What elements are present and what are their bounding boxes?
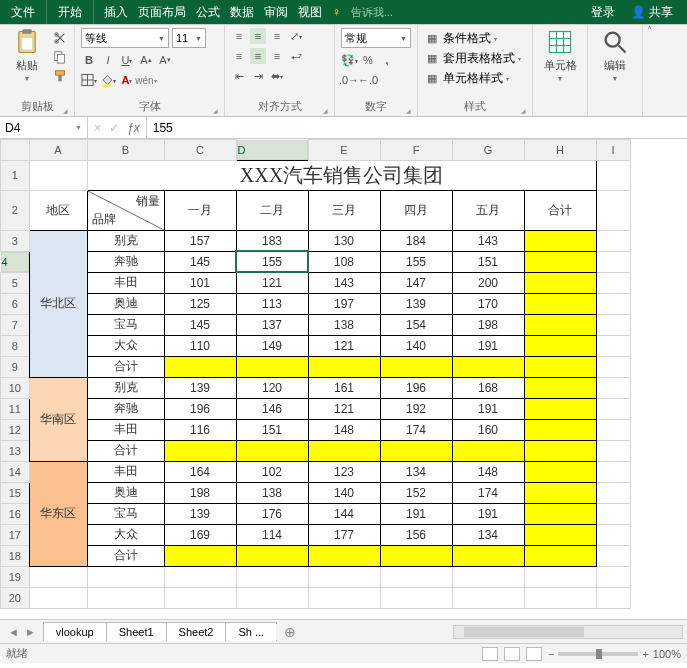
cell[interactable]: 157 [164,230,236,251]
cell[interactable] [596,293,630,314]
row-header[interactable]: 10 [1,377,30,398]
row-header[interactable]: 4 [1,252,29,272]
row-header[interactable]: 17 [1,524,30,545]
row-header[interactable]: 7 [1,314,30,335]
cell[interactable]: 合计 [87,356,164,377]
cell[interactable] [308,440,380,461]
cell[interactable]: 140 [308,482,380,503]
sheet-tab[interactable]: Sh ... [225,622,277,641]
comma-button[interactable]: , [379,52,395,68]
insert-function-button[interactable]: ƒx [127,121,140,135]
phonetic-button[interactable]: wén▾ [138,72,154,88]
increase-font-button[interactable]: A▴ [138,52,154,68]
editing-button[interactable]: 编辑 ▼ [594,28,636,82]
col-header[interactable]: F [380,140,452,161]
cell[interactable]: 176 [236,503,308,524]
cell[interactable]: 144 [308,503,380,524]
cell[interactable]: 二月 [236,190,308,230]
cell[interactable]: 164 [164,461,236,482]
cell[interactable]: 196 [164,398,236,419]
tab-review[interactable]: 审阅 [264,4,288,21]
cell[interactable] [87,587,164,608]
view-page-layout-button[interactable] [504,647,520,661]
cell[interactable] [596,461,630,482]
cell[interactable] [452,545,524,566]
cell[interactable]: 145 [164,314,236,335]
cell[interactable]: 174 [380,419,452,440]
italic-button[interactable]: I [100,52,116,68]
cell[interactable]: 139 [380,293,452,314]
cell[interactable] [452,440,524,461]
cell[interactable]: 116 [164,419,236,440]
col-header[interactable]: H [524,140,596,161]
cell[interactable] [596,440,630,461]
cell[interactable]: 华北区 [29,230,87,377]
zoom-level[interactable]: 100% [653,648,681,660]
decrease-indent-button[interactable]: ⇤ [231,68,247,84]
cell[interactable]: 113 [236,293,308,314]
cell[interactable] [452,566,524,587]
row-header[interactable]: 6 [1,293,30,314]
row-header[interactable]: 9 [1,356,30,377]
cell[interactable] [164,566,236,587]
cell[interactable]: 合计 [87,545,164,566]
view-page-break-button[interactable] [526,647,542,661]
horizontal-scrollbar[interactable] [453,625,683,639]
sheet-nav-first[interactable]: ◄ [8,626,19,638]
cell[interactable] [596,524,630,545]
row-header[interactable]: 14 [1,461,30,482]
cell[interactable] [596,503,630,524]
cell[interactable]: 华东区 [29,461,87,566]
cell[interactable]: 160 [452,419,524,440]
cell[interactable]: 丰田 [87,461,164,482]
cell[interactable] [524,482,596,503]
cell[interactable] [596,230,630,251]
cell[interactable]: 三月 [308,190,380,230]
cell[interactable]: 151 [452,251,524,272]
login-link[interactable]: 登录 [591,4,615,21]
cell[interactable]: 154 [380,314,452,335]
cell[interactable]: XXX汽车销售公司集团 [87,160,596,190]
cell[interactable]: 奔驰 [87,398,164,419]
cell[interactable]: 130 [308,230,380,251]
cell[interactable] [524,503,596,524]
cell[interactable]: 合计 [87,440,164,461]
cell[interactable] [236,440,308,461]
cell[interactable] [596,251,630,272]
cell[interactable]: 191 [452,398,524,419]
align-right-button[interactable]: ≡ [269,48,285,64]
cell[interactable] [524,524,596,545]
cancel-formula-button[interactable]: × [94,121,101,135]
cell[interactable] [524,587,596,608]
cell[interactable] [380,587,452,608]
cell[interactable]: 155 [236,251,308,272]
tab-layout[interactable]: 页面布局 [138,4,186,21]
cell[interactable] [164,587,236,608]
cell[interactable] [236,545,308,566]
cell[interactable]: 148 [452,461,524,482]
cell[interactable]: 198 [452,314,524,335]
cell[interactable]: 合计 [524,190,596,230]
spreadsheet-grid[interactable]: ABCDEFGHI1XXX汽车销售公司集团2地区销量品牌一月二月三月四月五月合计… [0,139,687,619]
cell[interactable] [236,356,308,377]
cell[interactable] [524,419,596,440]
format-as-table-button[interactable]: ▦套用表格格式▾ [424,50,521,67]
row-header[interactable]: 5 [1,272,30,293]
cell[interactable]: 155 [380,251,452,272]
row-header[interactable]: 16 [1,503,30,524]
view-normal-button[interactable] [482,647,498,661]
merge-button[interactable]: ⬌▾ [269,68,285,84]
align-left-button[interactable]: ≡ [231,48,247,64]
cell[interactable] [596,272,630,293]
col-header[interactable]: C [164,140,236,161]
cell[interactable]: 大众 [87,335,164,356]
cell[interactable] [596,160,630,190]
cell[interactable] [380,440,452,461]
tab-insert[interactable]: 插入 [104,4,128,21]
cell[interactable] [524,272,596,293]
cell[interactable]: 销量品牌 [87,190,164,230]
align-middle-button[interactable]: ≡ [250,28,266,44]
align-center-button[interactable]: ≡ [250,48,266,64]
sheet-tab[interactable]: Sheet1 [106,622,167,641]
cell[interactable]: 184 [380,230,452,251]
